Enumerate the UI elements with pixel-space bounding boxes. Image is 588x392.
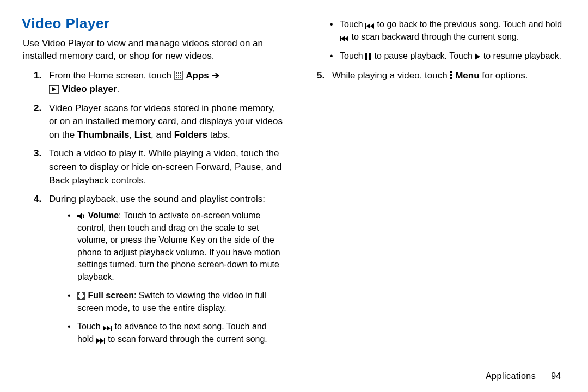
two-column-layout: Video Player Use Video Player to view an… bbox=[21, 15, 567, 369]
menu-icon bbox=[450, 69, 452, 83]
step-number: 3. bbox=[34, 147, 49, 187]
step-number: 4. bbox=[34, 193, 49, 352]
next-track-icon bbox=[96, 334, 106, 346]
bullet-forward: • Touch to advance to the next song. Tou… bbox=[68, 321, 284, 346]
manual-page: Video Player Use Video Player to view an… bbox=[0, 0, 588, 392]
folders-label: Folders bbox=[174, 130, 207, 140]
bullet-fullscreen: • Full screen: Switch to viewing the vid… bbox=[68, 290, 284, 314]
step-2: 2. Video Player scans for videos stored … bbox=[34, 102, 284, 142]
step-3: 3. Touch a video to play it. While playi… bbox=[34, 147, 284, 187]
sub-bullets: • Volume: Touch to activate on-screen vo… bbox=[68, 210, 284, 346]
instruction-list-cont: 5. While playing a video, touch Menu for… bbox=[304, 69, 567, 83]
intro-paragraph: Use Video Player to view and manage vide… bbox=[23, 38, 284, 63]
step-4: 4. During playback, use the sound and pl… bbox=[34, 193, 284, 352]
footer-section: Applications bbox=[486, 371, 536, 381]
video-player-label: Video player bbox=[62, 84, 117, 94]
prev-track-icon bbox=[340, 32, 349, 44]
thumbnails-label: Thumbnails bbox=[77, 130, 129, 140]
instruction-list: 1. From the Home screen, touch Apps ➔ Vi… bbox=[21, 69, 284, 352]
step-number: 1. bbox=[34, 69, 49, 96]
section-title: Video Player bbox=[22, 15, 284, 32]
step-1-text-a: From the Home screen, touch bbox=[49, 70, 174, 81]
apps-icon bbox=[174, 69, 183, 83]
right-column: • Touch to go back to the previous song.… bbox=[304, 15, 567, 369]
left-column: Video Player Use Video Player to view an… bbox=[21, 15, 284, 369]
step-1: 1. From the Home screen, touch Apps ➔ Vi… bbox=[34, 69, 284, 96]
sub-bullets-continued: • Touch to go back to the previous song.… bbox=[330, 19, 567, 63]
bullet-volume: • Volume: Touch to activate on-screen vo… bbox=[68, 210, 284, 283]
bullet-pause: • Touch to pause playback. Touch to resu… bbox=[330, 50, 567, 63]
next-track-icon bbox=[103, 321, 112, 333]
step-5: 5. While playing a video, touch Menu for… bbox=[317, 69, 567, 83]
video-player-icon bbox=[49, 83, 59, 96]
fullscreen-icon bbox=[77, 290, 85, 302]
prev-track-icon bbox=[365, 19, 375, 31]
apps-label: Apps bbox=[186, 70, 209, 81]
footer-page-number: 94 bbox=[551, 371, 561, 381]
bullet-back: • Touch to go back to the previous song.… bbox=[330, 19, 567, 44]
page-footer: Applications 94 bbox=[21, 369, 567, 382]
step-3-text: Touch a video to play it. While playing … bbox=[49, 147, 284, 187]
step-4-text: During playback, use the sound and playl… bbox=[49, 194, 265, 204]
nav-arrow: ➔ bbox=[212, 70, 219, 81]
volume-icon bbox=[77, 210, 85, 222]
fullscreen-label: Full screen bbox=[88, 291, 133, 300]
step-number: 5. bbox=[317, 69, 332, 83]
period: . bbox=[117, 84, 120, 94]
pause-icon bbox=[365, 50, 372, 62]
play-icon bbox=[475, 50, 481, 62]
step-number: 2. bbox=[34, 102, 49, 142]
volume-label: Volume bbox=[88, 211, 119, 220]
menu-label: Menu bbox=[455, 70, 479, 81]
list-label: List bbox=[134, 130, 151, 140]
